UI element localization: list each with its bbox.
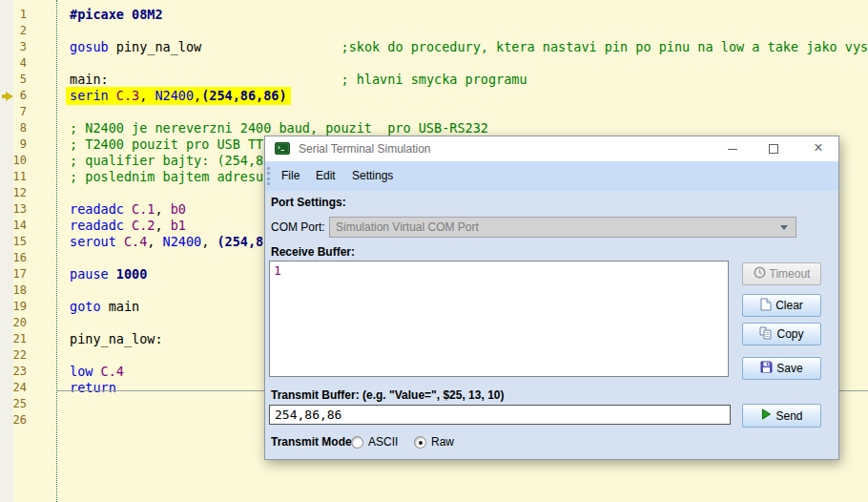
line-number: 8 [0,120,27,136]
code-token: piny_na_low [109,39,202,54]
code-line-14[interactable]: readadc C.2, b1 [70,218,186,234]
send-label: Send [775,409,802,423]
code-token: , [201,234,217,249]
menu-file[interactable]: File [281,169,300,182]
transmit-mode-label: Transmit Mode: [271,435,356,449]
radio-raw[interactable] [414,436,426,449]
code-line-10[interactable]: ; qualifier bajty: (254,8 [70,153,263,169]
line-number: 16 [0,250,27,266]
code-line-6[interactable]: serin C.3, N2400,(254,86,86) [70,88,291,104]
code-token: ; qualifier bajty: (254,8 [70,153,263,168]
code-line-8[interactable]: ; N2400 je nereverzni 2400 baud, pouzit … [70,120,488,136]
maximize-icon [769,144,778,154]
code-token: N2400 [163,234,202,249]
code-line-23[interactable]: low C.4 [70,364,124,380]
clear-button[interactable]: Clear [742,294,821,317]
clock-icon [754,266,766,282]
code-token: return [70,380,116,395]
gutter-separator [56,0,57,502]
radio-ascii[interactable] [351,436,363,449]
code-line-17[interactable]: pause 1000 [70,266,147,282]
code-token: gosub [70,39,109,54]
maximize-button[interactable] [757,136,790,161]
receive-buffer-label: Receive Buffer: [271,245,355,259]
code-token: ;skok do procedury, ktera nastavi pin po… [341,39,868,54]
code-token: goto [70,299,101,314]
send-button[interactable]: Send [742,404,821,428]
code-token: ; N2400 je nereverzni 2400 baud, pouzit … [70,120,488,136]
code-line-3[interactable]: gosub piny_na_low ;skok do procedury, kt… [70,39,868,55]
line-number: 11 [0,169,27,185]
close-button[interactable]: × [802,136,835,161]
radio-ascii-label: ASCII [368,435,398,449]
com-port-value: Simulation Virtual COM Port [336,220,479,234]
transmit-buffer-input[interactable] [269,405,731,425]
receive-buffer[interactable]: 1 [269,261,729,377]
code-line-24[interactable]: return [70,380,116,396]
code-token: b1 [171,218,186,233]
line-number: 12 [0,185,27,201]
code-token [116,234,124,249]
copy-button[interactable]: Copy [742,323,821,345]
code-token: ; poslednim bajtem adresu [70,169,263,184]
dialog-title: Serial Terminal Simulation [299,142,431,156]
code-line-19[interactable]: goto main [70,299,139,315]
save-button[interactable]: Save [742,357,821,380]
code-token: C.2 [132,218,155,233]
code-token: C.4 [124,234,147,249]
code-token: , [139,88,155,103]
serial-terminal-dialog: Serial Terminal Simulation × File Edit S… [264,136,839,460]
code-token [109,88,116,103]
code-token: main [101,299,140,314]
code-token: ; hlavni smycka programu [341,72,527,87]
code-token: , [194,88,201,103]
code-token: serin [70,88,109,103]
menu-gripper [267,167,270,185]
code-line-15[interactable]: serout C.4, N2400, (254,8 [70,234,263,250]
line-number: 4 [0,55,27,72]
line-number: 17 [0,266,27,282]
code-token: , [147,234,162,249]
code-token: low [70,364,93,379]
menu-settings[interactable]: Settings [352,169,393,182]
code-token: C.3 [116,88,139,103]
line-number: 7 [0,104,27,120]
com-port-select[interactable]: Simulation Virtual COM Port [329,217,796,238]
code-token: (254,8 [217,234,263,249]
receive-buffer-value: 1 [274,263,281,278]
code-token: 1000 [116,266,148,282]
code-line-5[interactable]: main: ; hlavni smycka programu [70,72,527,88]
code-token [124,201,132,217]
code-token: C.4 [101,364,124,379]
arrow-right-icon [6,92,13,101]
code-line-21[interactable]: piny_na_low: [70,331,163,347]
code-token: , [155,201,170,217]
terminal-icon [275,142,290,155]
minimize-button[interactable] [716,136,749,161]
code-line-9[interactable]: ; T2400 pouzit pro USB TT [70,136,263,153]
code-token: piny_na_low: [70,331,163,346]
com-port-label: COM Port: [271,220,325,234]
dialog-titlebar[interactable]: Serial Terminal Simulation × [265,136,838,161]
code-token [109,266,116,282]
page-icon [760,298,772,314]
code-token [109,72,341,87]
save-label: Save [776,362,802,375]
line-number: 9 [0,136,27,153]
port-settings-label: Port Settings: [271,196,346,209]
code-line-13[interactable]: readadc C.1, b0 [70,201,186,218]
code-token: main: [70,72,109,87]
code-token: C.1 [132,201,155,217]
code-line-1[interactable]: #picaxe 08M2 [70,7,163,23]
minimize-icon [728,149,737,150]
timeout-button[interactable]: Timeout [742,262,821,285]
copy-label: Copy [776,327,803,341]
line-number: 10 [0,153,27,169]
line-number: 3 [0,39,27,55]
close-icon: × [814,139,822,156]
menu-edit[interactable]: Edit [316,169,336,182]
code-token [201,39,341,54]
line-number: 1 [0,7,27,23]
copy-icon [759,326,773,343]
code-line-11[interactable]: ; poslednim bajtem adresu [70,169,263,185]
